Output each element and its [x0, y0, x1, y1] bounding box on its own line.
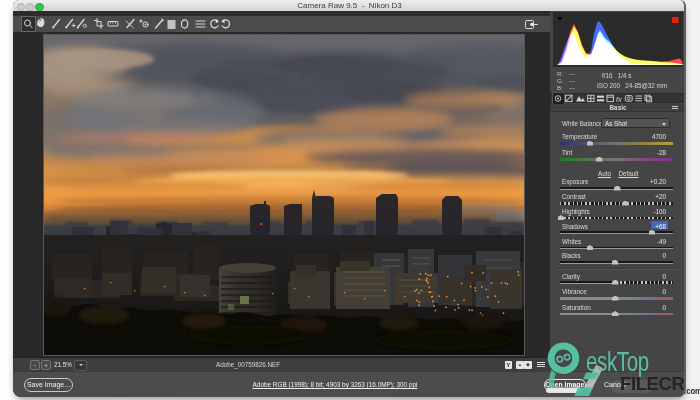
- svg-text:fx: fx: [616, 95, 622, 104]
